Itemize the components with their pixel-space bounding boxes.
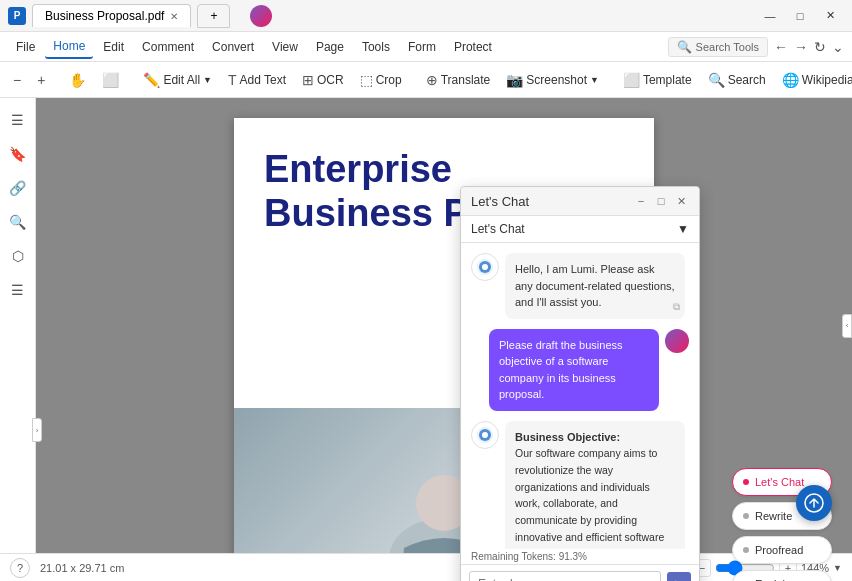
menu-page[interactable]: Page: [308, 36, 352, 58]
app-icon: P: [8, 7, 26, 25]
sidebar-icon-search[interactable]: 🔍: [4, 208, 32, 236]
hand-tool-button[interactable]: ✋: [62, 69, 93, 91]
chat-tokens: Remaining Tokens: 91.3%: [461, 549, 699, 564]
menu-bar: File Home Edit Comment Convert View Page…: [0, 32, 852, 62]
translate-button[interactable]: ⊕ Translate: [419, 69, 498, 91]
zoom-in-icon: +: [37, 72, 45, 88]
ocr-label: OCR: [317, 73, 344, 87]
new-tab-button[interactable]: +: [197, 4, 230, 28]
toolbar: − + ✋ ⬜ ✏️ Edit All ▼ T Add Text ⊞ OCR ⬚…: [0, 62, 852, 98]
close-icon: ✕: [826, 9, 835, 22]
pdf-area: Enterprise Business Pro: [36, 98, 852, 553]
menu-protect[interactable]: Protect: [446, 36, 500, 58]
sidebar-icon-comment[interactable]: ☰: [4, 276, 32, 304]
chat-selector[interactable]: Let's Chat ▼: [461, 216, 699, 243]
title-bar: P Business Proposal.pdf ✕ + — □ ✕: [0, 0, 852, 32]
bot-avatar: [471, 253, 499, 281]
wikipedia-button[interactable]: 🌐 Wikipedia: [775, 69, 852, 91]
ai-fab-button[interactable]: [796, 485, 832, 521]
sidebar-icon-layer[interactable]: ⬡: [4, 242, 32, 270]
menu-tools[interactable]: Tools: [354, 36, 398, 58]
active-dot: [743, 479, 749, 485]
copy-icon[interactable]: ⧉: [673, 299, 680, 314]
chat-maximize-button[interactable]: □: [653, 193, 669, 209]
page-dimensions: 21.01 x 29.71 cm: [40, 562, 124, 574]
menu-view[interactable]: View: [264, 36, 306, 58]
add-text-button[interactable]: T Add Text: [221, 69, 293, 91]
lumi-icon-2: [476, 426, 494, 444]
toolbar-forward-icon[interactable]: →: [794, 39, 808, 55]
add-text-label: Add Text: [240, 73, 286, 87]
sidebar-icon-bookmark[interactable]: 🔖: [4, 140, 32, 168]
template-button[interactable]: ⬜ Template: [616, 69, 699, 91]
select-tool-button[interactable]: ⬜: [95, 69, 126, 91]
tab-close-button[interactable]: ✕: [170, 11, 178, 22]
zoom-level-arrow[interactable]: ▼: [833, 563, 842, 573]
action-explain-button[interactable]: Explain: [732, 570, 832, 581]
zoom-out-icon: −: [13, 72, 21, 88]
sidebar-icon-link[interactable]: 🔗: [4, 174, 32, 202]
screenshot-button[interactable]: 📷 Screenshot ▼: [499, 69, 606, 91]
menu-comment[interactable]: Comment: [134, 36, 202, 58]
inactive-dot-1: [743, 513, 749, 519]
sidebar-expand-arrow[interactable]: ›: [32, 418, 42, 442]
search-tools-bar[interactable]: 🔍 Search Tools: [668, 37, 768, 57]
chat-panel: Let's Chat − □ ✕ Let's Chat ▼: [460, 186, 700, 581]
search-button[interactable]: 🔍 Search: [701, 69, 773, 91]
app-tab[interactable]: Business Proposal.pdf ✕: [32, 4, 191, 27]
minimize-icon: —: [765, 10, 776, 22]
chat-user-message: Please draft the business objective of a…: [471, 329, 689, 411]
chat-send-button[interactable]: ➤: [667, 572, 691, 581]
minimize-button[interactable]: —: [756, 6, 784, 26]
hand-icon: ✋: [69, 72, 86, 88]
menu-home[interactable]: Home: [45, 35, 93, 59]
template-label: Template: [643, 73, 692, 87]
zoom-out-button[interactable]: −: [6, 69, 28, 91]
title-bar-center: [250, 5, 756, 27]
menu-file[interactable]: File: [8, 36, 43, 58]
left-sidebar: ☰ 🔖 🔗 🔍 ⬡ ☰: [0, 98, 36, 553]
chat-minimize-button[interactable]: −: [633, 193, 649, 209]
crop-label: Crop: [376, 73, 402, 87]
menu-convert[interactable]: Convert: [204, 36, 262, 58]
title-bar-left: P Business Proposal.pdf ✕ +: [8, 4, 230, 28]
user-message-text: Please draft the business objective of a…: [499, 339, 623, 401]
template-icon: ⬜: [623, 72, 640, 88]
maximize-icon: □: [797, 10, 804, 22]
action-proofread-button[interactable]: Proofread: [732, 536, 832, 564]
edit-all-icon: ✏️: [143, 72, 160, 88]
sidebar-icon-menu[interactable]: ☰: [4, 106, 32, 134]
wikipedia-icon: 🌐: [782, 72, 799, 88]
toolbar-sync-icon[interactable]: ↻: [814, 39, 826, 55]
tokens-text: Remaining Tokens: 91.3%: [471, 551, 587, 562]
chat-close-button[interactable]: ✕: [673, 193, 689, 209]
send-icon: ➤: [674, 577, 684, 581]
maximize-button[interactable]: □: [786, 6, 814, 26]
close-button[interactable]: ✕: [816, 6, 844, 26]
chat-selector-arrow: ▼: [677, 222, 689, 236]
action-lets-chat-label: Let's Chat: [755, 476, 804, 488]
chat-input-area: ➤: [461, 564, 699, 581]
help-button[interactable]: ?: [10, 558, 30, 578]
edit-all-label: Edit All: [163, 73, 200, 87]
zoom-in-button[interactable]: +: [30, 69, 52, 91]
menu-edit[interactable]: Edit: [95, 36, 132, 58]
ocr-button[interactable]: ⊞ OCR: [295, 69, 351, 91]
pdf-right-arrow[interactable]: ‹: [842, 314, 852, 338]
search-label: Search: [728, 73, 766, 87]
crop-button[interactable]: ⬚ Crop: [353, 69, 409, 91]
bot-response-bubble: Business Objective: Our software company…: [505, 421, 685, 550]
search-icon: 🔍: [708, 72, 725, 88]
toolbar-down-icon[interactable]: ⌄: [832, 39, 844, 55]
lumi-icon: [476, 258, 494, 276]
translate-icon: ⊕: [426, 72, 438, 88]
user-message-bubble: Please draft the business objective of a…: [489, 329, 659, 411]
edit-all-button[interactable]: ✏️ Edit All ▼: [136, 69, 219, 91]
menu-form[interactable]: Form: [400, 36, 444, 58]
bot-response-body: Our software company aims to revolutioni…: [515, 447, 673, 549]
ai-fab-icon: [803, 492, 825, 514]
bot-response-title: Business Objective:: [515, 431, 620, 443]
chat-input-field[interactable]: [469, 571, 661, 581]
toolbar-back-icon[interactable]: ←: [774, 39, 788, 55]
chat-bot-response: Business Objective: Our software company…: [471, 421, 689, 550]
